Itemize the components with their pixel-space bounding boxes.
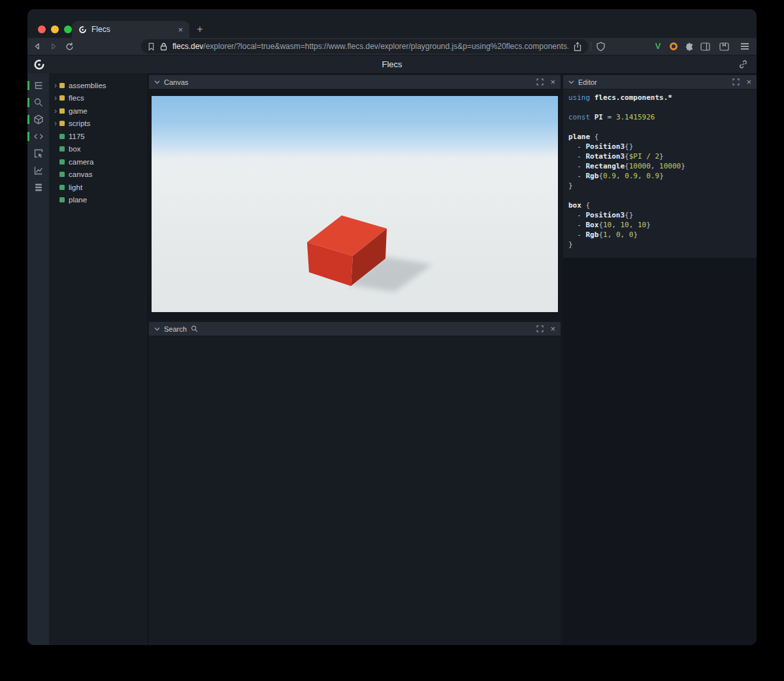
- code-area[interactable]: using flecs.components.* const PI = 3.14…: [568, 93, 751, 249]
- expand-panel-icon[interactable]: [536, 78, 544, 86]
- entity-color-square-icon: [59, 134, 65, 139]
- tree-item-plane[interactable]: plane: [49, 194, 147, 207]
- new-tab-button[interactable]: +: [193, 23, 206, 36]
- address-bar[interactable]: flecs.dev/explorer/?local=true&wasm=http…: [141, 39, 588, 54]
- close-panel-icon[interactable]: ×: [746, 78, 751, 86]
- share-icon[interactable]: [574, 42, 581, 52]
- tree-item-1175[interactable]: 1175: [49, 130, 147, 143]
- expand-panel-icon[interactable]: [732, 78, 740, 86]
- tree-item-light[interactable]: light: [49, 181, 147, 194]
- search-panel-title: Search: [164, 325, 187, 333]
- explorer-content: ›assemblies›flecs›game›scripts1175boxcam…: [27, 73, 757, 645]
- side-panel-icon[interactable]: [700, 41, 710, 52]
- bookmark-icon[interactable]: [148, 42, 155, 51]
- browser-window: Flecs × + flecs.dev/explo: [27, 9, 757, 645]
- tree-item-label: 1175: [69, 133, 85, 140]
- chevron-down-icon[interactable]: [568, 80, 574, 84]
- search-panel-header: Search ×: [149, 322, 561, 336]
- expand-chevron-icon[interactable]: ›: [52, 94, 59, 102]
- url-path: /explorer/?local=true&wasm=https://www.f…: [203, 42, 568, 51]
- tree-item-game[interactable]: ›game: [49, 104, 147, 118]
- tree-item-assemblies[interactable]: ›assemblies: [49, 79, 147, 92]
- tab-close-icon[interactable]: ×: [178, 25, 183, 34]
- editor-panel: Editor × using flecs.components.* const …: [563, 75, 757, 258]
- toolbar-separator: [591, 42, 591, 51]
- rail-button-search[interactable]: [27, 94, 49, 111]
- tree-item-box[interactable]: box: [49, 143, 147, 156]
- tab-title: Flecs: [91, 25, 173, 34]
- entity-color-square-icon: [59, 172, 65, 177]
- canvas-panel-header: Canvas ×: [149, 75, 561, 89]
- share-link-icon[interactable]: [738, 59, 749, 70]
- tree-item-label: canvas: [69, 170, 92, 178]
- code-line: plane {: [568, 132, 751, 142]
- window-minimize-button[interactable]: [51, 25, 59, 33]
- extension-orange-icon[interactable]: [668, 41, 679, 52]
- code-line: [568, 103, 751, 112]
- chevron-down-icon[interactable]: [154, 80, 160, 84]
- module-color-square-icon: [59, 108, 65, 114]
- chart-icon: [33, 165, 44, 176]
- stack-icon: [33, 182, 44, 193]
- rail-button-cube[interactable]: [27, 111, 49, 128]
- extensions-puzzle-icon[interactable]: [684, 41, 694, 52]
- code-line: - Box{10, 10, 10}: [568, 220, 751, 230]
- rail-button-tree[interactable]: [27, 77, 49, 94]
- desktop-background: Flecs × + flecs.dev/explo: [0, 0, 784, 681]
- reading-list-icon[interactable]: [719, 41, 729, 52]
- expand-panel-icon[interactable]: [536, 325, 544, 332]
- tree-item-label: plane: [69, 196, 87, 204]
- browser-tab[interactable]: Flecs ×: [72, 21, 189, 38]
- tree-item-scripts[interactable]: ›scripts: [49, 118, 147, 131]
- back-button[interactable]: [32, 41, 42, 52]
- tree-item-camera[interactable]: camera: [49, 155, 147, 168]
- canvas-3d-viewport[interactable]: [152, 96, 558, 312]
- rail-button-stack[interactable]: [27, 179, 49, 196]
- menu-icon[interactable]: [740, 41, 750, 52]
- app-header: Flecs: [27, 55, 757, 73]
- active-indicator: [27, 98, 29, 107]
- rail-button-chart[interactable]: [27, 162, 49, 179]
- flecs-logo-icon: [33, 59, 45, 71]
- rail-button-inspect[interactable]: [27, 145, 49, 162]
- entity-color-square-icon: [59, 197, 65, 202]
- expand-chevron-icon[interactable]: ›: [52, 82, 59, 89]
- tree-item-label: flecs: [69, 94, 84, 102]
- entity-color-square-icon: [59, 159, 65, 165]
- code-line: const PI = 3.1415926: [568, 112, 751, 122]
- code-line: - Rgb{0.9, 0.9, 0.9}: [568, 171, 751, 181]
- search-panel-body: [149, 336, 561, 645]
- code-line: - Position3{}: [568, 210, 751, 220]
- close-panel-icon[interactable]: ×: [550, 325, 555, 332]
- lock-icon: [160, 42, 167, 51]
- tree-item-canvas[interactable]: canvas: [49, 168, 147, 182]
- entity-color-square-icon: [59, 185, 65, 190]
- cube-icon: [33, 114, 44, 125]
- shield-icon[interactable]: [595, 41, 606, 52]
- chevron-down-icon[interactable]: [154, 327, 160, 331]
- expand-chevron-icon[interactable]: ›: [52, 119, 59, 127]
- search-icon: [191, 325, 198, 332]
- tree-item-label: game: [69, 107, 88, 115]
- code-line: }: [568, 240, 751, 249]
- code-icon: [33, 131, 44, 142]
- canvas-panel-body: [149, 89, 561, 313]
- expand-chevron-icon[interactable]: ›: [52, 107, 59, 115]
- tree-icon: [33, 80, 44, 91]
- tree-item-flecs[interactable]: ›flecs: [49, 92, 147, 105]
- reload-button[interactable]: [64, 41, 74, 52]
- window-close-button[interactable]: [38, 25, 46, 33]
- flecs-favicon-icon: [78, 25, 87, 34]
- search-icon: [33, 97, 44, 108]
- module-color-square-icon: [59, 121, 65, 126]
- close-panel-icon[interactable]: ×: [550, 78, 555, 86]
- forward-button[interactable]: [48, 41, 59, 52]
- window-zoom-button[interactable]: [64, 25, 72, 33]
- canvas-panel-title: Canvas: [164, 78, 188, 86]
- rail-button-code[interactable]: [27, 128, 49, 145]
- canvas-panel: Canvas ×: [149, 75, 561, 313]
- code-line: }: [568, 181, 751, 191]
- extension-v-icon[interactable]: V: [653, 41, 663, 52]
- code-line: - Rgb{1, 0, 0}: [568, 230, 751, 240]
- active-indicator: [27, 132, 29, 141]
